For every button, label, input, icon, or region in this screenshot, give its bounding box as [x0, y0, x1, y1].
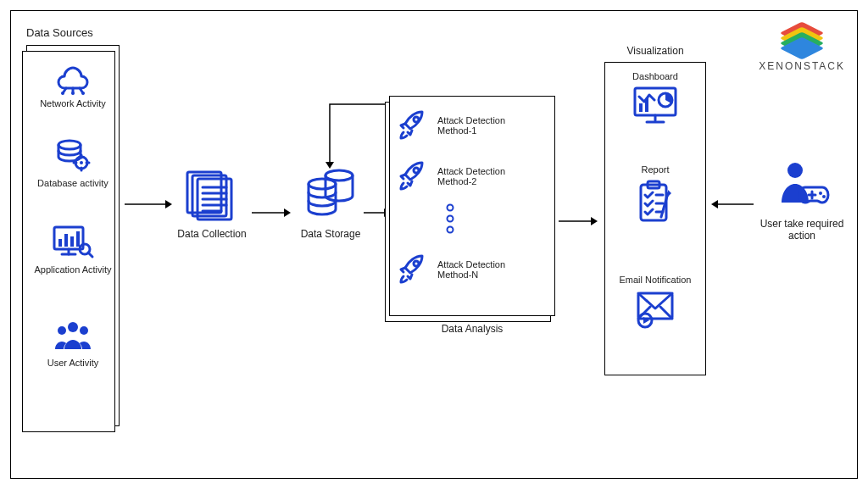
svg-point-22 [68, 322, 78, 332]
clipboard-report-icon [634, 178, 676, 225]
svg-point-74 [822, 195, 826, 198]
data-analysis-title: Data Analysis [389, 323, 555, 335]
svg-marker-26 [165, 200, 172, 208]
rocket-icon [397, 108, 431, 142]
svg-line-65 [660, 307, 672, 319]
svg-point-3 [71, 92, 75, 95]
data-storage-block: Data Storage [292, 167, 369, 240]
arrow-icon [123, 196, 174, 213]
documents-icon [182, 167, 242, 221]
data-storage-label: Data Storage [292, 228, 369, 240]
svg-marker-62 [668, 190, 671, 197]
svg-point-42 [414, 117, 419, 122]
database-stack-icon [300, 167, 361, 221]
cloud-network-icon [53, 61, 93, 95]
xenonstack-logo-icon [785, 21, 819, 55]
data-sources-panel: Network Activity Database activity [26, 45, 120, 426]
data-source-label: Database activity [27, 178, 119, 188]
svg-point-8 [80, 161, 83, 164]
data-source-item: Application Activity [27, 224, 119, 275]
svg-rect-53 [639, 103, 643, 112]
user-action-label: User take required action [747, 218, 857, 242]
svg-point-5 [81, 92, 85, 95]
visualization-item-label: Email Notification [605, 275, 705, 285]
svg-line-21 [88, 253, 92, 257]
visualization-item: Report [605, 164, 705, 229]
svg-marker-41 [326, 162, 334, 169]
monitor-chart-icon [51, 224, 95, 261]
svg-point-6 [58, 141, 81, 149]
brand-block: XENONSTACK [759, 21, 845, 72]
svg-marker-36 [284, 208, 291, 217]
analysis-method-item: Attack Detection Method-2 [397, 159, 539, 193]
svg-rect-19 [76, 231, 80, 247]
user-action-block: User take required action [747, 158, 857, 242]
data-source-label: Application Activity [27, 264, 119, 275]
svg-point-4 [61, 92, 64, 95]
analysis-method-label: Attack Detection Method-2 [437, 166, 539, 186]
svg-point-38 [309, 179, 336, 189]
diagram-frame: XENONSTACK Data Sources Network Activity [10, 10, 858, 479]
visualization-panel: Dashboard Report [604, 62, 706, 375]
arrow-icon [250, 204, 292, 221]
user-controller-icon [771, 158, 832, 209]
visualization-item-label: Report [605, 164, 705, 175]
visualization-item: Email Notification [605, 275, 705, 332]
analysis-method-item: Attack Detection Method-N [397, 253, 539, 286]
svg-marker-69 [711, 200, 718, 208]
user-group-icon [51, 317, 95, 354]
data-source-item: User Activity [27, 317, 119, 368]
data-collection-label: Data Collection [174, 228, 250, 240]
rocket-icon [397, 253, 431, 286]
ellipsis-icon [444, 203, 456, 237]
svg-point-45 [448, 216, 453, 222]
svg-point-23 [58, 326, 66, 335]
database-gear-icon [53, 137, 93, 175]
visualization-item-label: Dashboard [605, 71, 705, 81]
svg-rect-16 [58, 239, 62, 247]
svg-point-73 [819, 192, 822, 195]
svg-point-43 [414, 168, 419, 173]
data-collection-block: Data Collection [174, 167, 250, 240]
svg-point-44 [448, 205, 453, 211]
data-source-label: Network Activity [27, 98, 119, 108]
svg-marker-49 [591, 217, 598, 225]
data-source-item: Network Activity [27, 61, 119, 108]
visualization-item: Dashboard [605, 71, 705, 129]
data-source-item: Database activity [27, 137, 119, 188]
svg-point-46 [448, 227, 453, 233]
svg-point-24 [80, 326, 88, 335]
data-source-label: User Activity [27, 358, 119, 368]
analysis-method-label: Attack Detection Method-N [437, 259, 539, 280]
analysis-method-label: Attack Detection Method-1 [437, 115, 539, 136]
brand-name: XENONSTACK [759, 60, 845, 72]
svg-point-70 [787, 163, 803, 178]
data-analysis-panel: Attack Detection Method-1 Attack Detecti… [389, 96, 555, 316]
dashboard-monitor-icon [632, 85, 679, 125]
arrow-icon [557, 213, 599, 230]
data-sources-title: Data Sources [26, 26, 93, 39]
svg-rect-18 [70, 236, 74, 247]
email-play-icon [633, 288, 677, 329]
svg-rect-17 [64, 234, 68, 247]
svg-point-47 [414, 261, 419, 266]
rocket-icon [397, 159, 431, 193]
analysis-method-item: Attack Detection Method-1 [397, 108, 539, 142]
visualization-title: Visualization [604, 45, 706, 57]
